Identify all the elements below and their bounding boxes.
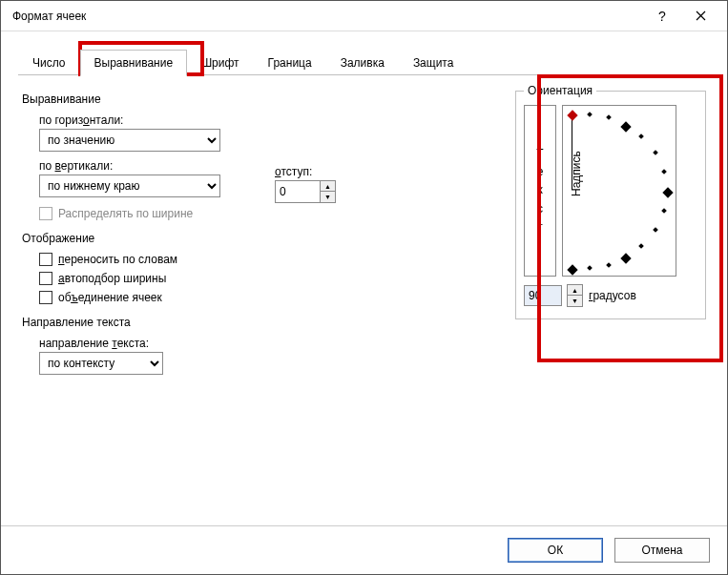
wrap-label: переносить по словам [58,253,177,266]
direction-label: направление текста: [39,337,496,350]
dial-tick-icon [606,262,612,268]
tab-strip: Число Выравнивание Шрифт Граница Заливка… [1,31,727,75]
tab-border[interactable]: Граница [254,50,326,76]
tab-alignment[interactable]: Выравнивание [80,50,188,76]
dial-needle-label: Надпись [570,151,583,196]
orientation-fieldset: Ориентация Т е к с т Надпись [515,91,706,319]
dial-tick-icon [661,208,667,214]
dial-tick-icon [653,227,658,233]
left-column: Выравнивание по горизонтали: по значению… [22,87,515,518]
dial-tick-icon [653,150,658,155]
tab-font[interactable]: Шрифт [187,50,253,76]
dialog-footer: ОК Отмена [1,525,727,574]
degrees-spin-down[interactable]: ▼ [567,296,583,307]
cancel-button[interactable]: Отмена [614,538,710,563]
merge-checkbox[interactable] [39,291,52,304]
horizontal-combo[interactable]: по значению [39,129,220,152]
dial-tick-icon [587,112,593,117]
section-direction-title: Направление текста [22,316,496,329]
help-button[interactable]: ? [643,2,681,31]
dial-tick-icon [662,187,673,197]
tab-number[interactable]: Число [18,50,80,76]
distribute-label: Распределять по ширине [58,207,193,220]
distribute-checkbox [39,207,52,220]
window-title: Формат ячеек [12,10,643,23]
tab-panel-alignment: Выравнивание по горизонтали: по значению… [1,75,727,525]
section-alignment-title: Выравнивание [22,92,496,106]
dial-tick-icon [620,121,631,132]
vertical-text-button[interactable]: Т е к с т [524,105,556,277]
close-icon [696,10,706,21]
dial-tick-icon [620,253,631,263]
indent-block: отступ: ▲ ▼ [275,165,336,203]
direction-combo[interactable]: по контексту [39,352,163,375]
dial-pointer-icon [567,110,577,120]
titlebar: Формат ячеек ? [1,1,727,31]
degrees-input[interactable] [524,285,562,306]
degrees-spin-up[interactable]: ▲ [567,284,583,296]
dial-tick-icon [587,265,593,271]
ok-button[interactable]: ОК [508,538,603,563]
wrap-checkbox[interactable] [39,253,52,266]
indent-spin-up[interactable]: ▲ [320,180,336,192]
merge-label: объединение ячеек [58,291,162,304]
dial-tick-icon [606,114,612,120]
tab-fill[interactable]: Заливка [326,50,399,76]
indent-spin-down[interactable]: ▼ [320,192,336,203]
vertical-combo[interactable]: по нижнему краю [39,175,220,197]
dial-tick-icon [567,264,577,275]
horizontal-label: по горизонтали: [39,113,496,127]
indent-input[interactable] [275,180,321,203]
shrink-label: автоподбор ширины [58,272,166,285]
orientation-dial[interactable]: Надпись [562,105,676,277]
degrees-label: градусов [589,289,636,302]
format-cells-dialog: Формат ячеек ? Число Выравнивание Шрифт … [0,0,728,575]
close-button[interactable] [681,2,719,31]
tab-protection[interactable]: Защита [399,50,468,76]
indent-label: отступ: [275,165,336,178]
right-column: Ориентация Т е к с т Надпись [515,87,706,518]
orientation-legend: Ориентация [524,84,596,97]
section-display-title: Отображение [22,232,496,245]
dial-tick-icon [638,243,644,249]
vertical-label: по вертикали: [39,159,496,173]
dial-tick-icon [661,169,667,175]
shrink-checkbox[interactable] [39,272,52,285]
dial-tick-icon [638,133,644,139]
